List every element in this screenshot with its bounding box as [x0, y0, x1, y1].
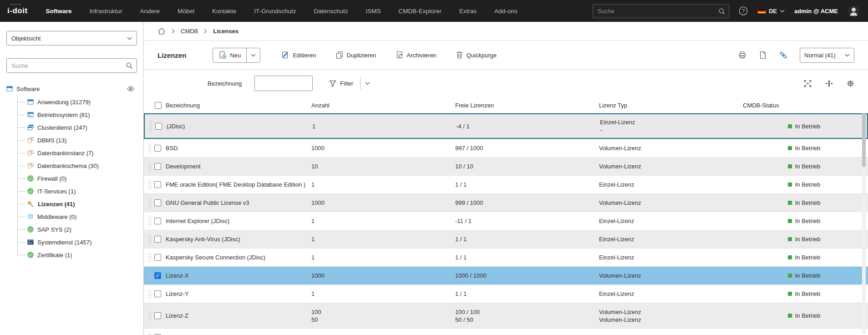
row-checkbox[interactable]	[154, 218, 161, 224]
drag-handle-icon[interactable]	[147, 198, 152, 208]
table-row-microsoft-365-apps-for-business-jdisc[interactable]: Microsoft 365 Apps for Business (JDisc)2…	[144, 328, 868, 335]
table-row-gnu-general-public-license-v3[interactable]: GNU General Public License v31000999 / 1…	[144, 193, 868, 212]
drag-handle-icon[interactable]	[147, 179, 152, 190]
tree-item-firewall-0[interactable]: Firewall (0)	[17, 172, 137, 185]
row-checkbox[interactable]	[154, 181, 161, 188]
menu-item-it-grundschutz[interactable]: IT-Grundschutz	[254, 8, 296, 15]
drag-handle-icon[interactable]	[147, 252, 152, 263]
row-checkbox[interactable]	[154, 199, 161, 206]
row-checkbox[interactable]	[154, 145, 161, 152]
list-view-select[interactable]: Normal (41)	[800, 48, 854, 63]
drag-handle-icon[interactable]	[147, 270, 152, 281]
filter-input[interactable]	[254, 76, 313, 91]
search-icon[interactable]	[126, 62, 133, 69]
breadcrumb-licenses[interactable]: Licenses	[213, 28, 239, 35]
drag-handle-icon[interactable]	[147, 234, 152, 245]
filter-dropdown-button[interactable]	[365, 82, 370, 85]
home-icon[interactable]	[157, 27, 166, 35]
table-row-bsd[interactable]: BSD1000997 / 1000Volumen-LizenzIn Betrie…	[144, 139, 868, 157]
main-menu: SoftwareInfrastrukturAndereMöbelKontakte…	[46, 8, 518, 15]
table-row-kaspersky-secure-connection-jdisc[interactable]: Kaspersky Secure Connection (JDisc)11 / …	[144, 248, 868, 266]
search-icon[interactable]	[718, 8, 726, 15]
table-row-lizenz-z[interactable]: Lizenz-Z10050100 / 10050 / 50Volumen-Liz…	[144, 303, 868, 328]
tree-item-datenbankschema-30[interactable]: Datenbankschema (30)	[17, 159, 137, 172]
gear-icon[interactable]	[847, 80, 854, 87]
menu-item-kontakte[interactable]: Kontakte	[212, 8, 236, 15]
tree-item-betriebssystem-81[interactable]: Betriebssystem (81)	[17, 108, 137, 121]
language-selector[interactable]: DE	[757, 8, 785, 15]
table-row-jdisc[interactable]: (JDisc)1-4 / 1Einzel-Lizenz-In Betrieb	[144, 113, 868, 139]
column-header-freie-lizenzen[interactable]: Freie Lizenzen	[454, 102, 598, 109]
menu-item-m-bel[interactable]: Möbel	[178, 8, 194, 15]
menu-item-andere[interactable]: Andere	[140, 8, 160, 15]
tree-root-software[interactable]: Software	[6, 83, 137, 95]
print-button[interactable]	[738, 51, 746, 59]
table-row-internet-explorer-jdisc[interactable]: Internet Explorer (JDisc)1-11 / 1Einzel-…	[144, 212, 868, 230]
menu-item-datenschutz[interactable]: Datenschutz	[314, 8, 348, 15]
drag-handle-icon[interactable]	[148, 121, 153, 132]
link-button[interactable]	[779, 51, 787, 59]
tree-item-it-services-1[interactable]: IT-Services (1)	[17, 185, 137, 198]
windows-stack-icon	[27, 124, 34, 131]
row-checkbox[interactable]	[154, 312, 161, 319]
quickpurge-button[interactable]: Quickpurge	[456, 51, 497, 59]
eye-icon[interactable]	[127, 86, 134, 91]
chevron-down-icon	[780, 10, 785, 13]
new-button-dropdown[interactable]	[246, 48, 260, 62]
tree-item-anwendung-31279[interactable]: Anwendung (31279)	[17, 96, 137, 108]
column-header-cmdb-status[interactable]: CMDB-Status	[742, 102, 868, 109]
duplicate-button[interactable]: Duplizieren	[335, 51, 376, 59]
menu-item-add-ons[interactable]: Add-ons	[494, 8, 517, 15]
help-icon[interactable]: ?	[739, 6, 748, 15]
tree-item-zertifikate-1[interactable]: Zertifikate (1)	[17, 249, 137, 261]
sidebar-search-input[interactable]	[6, 58, 137, 73]
edit-button[interactable]: Editieren	[281, 51, 316, 59]
menu-item-cmdb-explorer[interactable]: CMDB-Explorer	[399, 8, 442, 15]
drag-handle-icon[interactable]	[147, 310, 152, 321]
scrollbar-thumb[interactable]	[862, 113, 866, 167]
table-row-fme-oracle-edition-fme-desktop-database-edition[interactable]: FME oracle Edition( FME Desktop Database…	[144, 175, 868, 193]
table-row-lizenz-x[interactable]: ✓Lizenz-X10001000 / 1000Volumen-LizenzIn…	[144, 266, 868, 284]
row-checkbox[interactable]	[154, 290, 161, 297]
archive-button[interactable]: Archivieren	[396, 51, 437, 59]
tree-item-dbms-13[interactable]: DBMS (13)	[17, 134, 137, 147]
tree-item-clusterdienst-247[interactable]: Clusterdienst (247)	[17, 121, 137, 134]
global-search-input[interactable]	[593, 4, 729, 18]
breadcrumb-cmdb[interactable]: CMDB	[181, 28, 198, 35]
drag-handle-icon[interactable]	[147, 332, 152, 335]
filter-button[interactable]: Filter	[329, 80, 353, 87]
column-header-bezeichnung[interactable]: Bezeichnung	[165, 102, 310, 109]
menu-item-extras[interactable]: Extras	[459, 8, 477, 15]
drag-handle-icon[interactable]	[147, 143, 152, 154]
menu-item-infrastruktur[interactable]: Infrastruktur	[90, 8, 122, 15]
user-avatar[interactable]	[848, 5, 860, 17]
drag-handle-icon[interactable]	[147, 161, 152, 172]
menu-item-software[interactable]: Software	[46, 8, 72, 15]
column-resize-icon[interactable]	[825, 80, 833, 87]
row-checkbox[interactable]	[154, 254, 161, 261]
object-view-select[interactable]: Objektsicht	[6, 31, 137, 46]
tree-item-middleware-0[interactable]: Middleware (0)	[17, 210, 137, 223]
table-row-lizenz-y[interactable]: Lizenz-Y11 / 1Einzel-LizenzIn Betrieb	[144, 284, 868, 303]
tree-item-datenbankinstanz-7[interactable]: Datenbankinstanz (7)	[17, 147, 137, 159]
drag-handle-icon[interactable]	[147, 216, 152, 227]
tree-item-label: Anwendung (31279)	[37, 99, 91, 106]
menu-item-isms[interactable]: ISMS	[366, 8, 381, 15]
tree-item-systemdienst-1457[interactable]: Systemdienst (1457)	[17, 236, 137, 249]
row-checkbox[interactable]	[154, 163, 161, 170]
fullscreen-icon[interactable]	[804, 80, 812, 87]
row-checkbox[interactable]	[155, 123, 162, 130]
column-header-anzahl[interactable]: Anzahl	[310, 102, 454, 109]
drag-handle-icon[interactable]	[147, 289, 152, 299]
column-header-lizenz-typ[interactable]: Lizenz Typ	[598, 102, 742, 109]
row-checkbox[interactable]	[154, 236, 161, 243]
tree-item-lizenzen-41[interactable]: Lizenzen (41)	[17, 198, 137, 210]
select-all-checkbox[interactable]	[155, 102, 162, 109]
row-checkbox[interactable]: ✓	[154, 272, 161, 279]
table-row-kaspersky-anti-virus-jdisc[interactable]: Kaspersky Anti-Virus (JDisc)11 / 1Einzel…	[144, 230, 868, 248]
new-button-main[interactable]: Neu	[213, 48, 246, 62]
table-row-development[interactable]: Development1010 / 10Volumen-LizenzIn Bet…	[144, 157, 868, 175]
export-button[interactable]	[759, 51, 767, 59]
tree-item-sap-sys-2[interactable]: SAP SYS (2)	[17, 223, 137, 236]
vertical-scrollbar[interactable]	[862, 113, 866, 334]
